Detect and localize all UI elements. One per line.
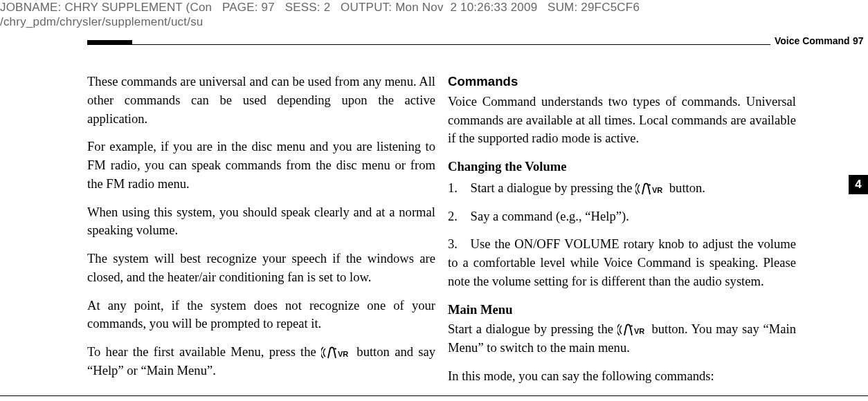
- body-paragraph: These commands are universal and can be …: [87, 73, 435, 128]
- page-root: JOBNAME: CHRY SUPPLEMENT (Con PAGE: 97 S…: [0, 0, 868, 401]
- body-paragraph: For example, if you are in the disc menu…: [87, 138, 435, 193]
- text-fragment: Start a dialogue by pressing the: [448, 321, 617, 336]
- section-heading: Changing the Volume: [448, 158, 796, 176]
- body-paragraph: Start a dialogue by pressing the VR: [448, 320, 796, 357]
- svg-text:VR: VR: [652, 186, 662, 194]
- voice-recognition-icon: VR: [321, 346, 352, 358]
- svg-text:VR: VR: [634, 327, 644, 335]
- body-paragraph: At any point, if the system does not rec…: [87, 297, 435, 334]
- voice-recognition-icon: VR: [635, 182, 666, 194]
- page-number: 97: [853, 35, 864, 46]
- running-title: Voice Command: [775, 35, 850, 46]
- svg-point-4: [631, 326, 633, 328]
- section-tab-number: 4: [855, 178, 861, 192]
- text-fragment: To hear the first available Menu, press …: [87, 344, 321, 359]
- list-item: 2. Say a command (e.g., “Help”).: [448, 207, 796, 226]
- columns: These commands are universal and can be …: [87, 73, 868, 390]
- list-item: 1. Start a dialogue by pressing the VR: [448, 179, 796, 198]
- text-fragment: 1. Start a dialogue by pressing the: [448, 180, 635, 195]
- debug-line-2: /chry_pdm/chrysler/supplement/uct/su: [0, 15, 640, 29]
- right-column: Commands Voice Command understands two t…: [448, 73, 796, 390]
- list-item: 3. Use the ON/OFF VOLUME rotary knob to …: [448, 235, 796, 290]
- body-paragraph: To hear the first available Menu, press …: [87, 343, 435, 380]
- body-paragraph: When using this system, you should speak…: [87, 203, 435, 241]
- body-paragraph: Voice Command understands two types of c…: [448, 93, 796, 148]
- voice-recognition-icon: VR: [617, 323, 648, 335]
- body-paragraph: The system will best recognize your spee…: [87, 250, 435, 287]
- header-rule-line: [87, 44, 770, 45]
- running-head: Voice Command 97: [87, 37, 868, 56]
- debug-header: JOBNAME: CHRY SUPPLEMENT (Con PAGE: 97 S…: [0, 0, 640, 30]
- debug-line-1: JOBNAME: CHRY SUPPLEMENT (Con PAGE: 97 S…: [0, 0, 640, 15]
- header-rule: [87, 40, 770, 45]
- text-fragment: button.: [669, 180, 705, 195]
- section-heading: Commands: [448, 73, 796, 91]
- section-heading: Main Menu: [448, 301, 796, 319]
- svg-text:VR: VR: [338, 350, 348, 358]
- left-column: These commands are universal and can be …: [87, 73, 435, 390]
- svg-point-2: [649, 184, 651, 186]
- section-tab: 4: [849, 175, 868, 194]
- svg-point-0: [334, 348, 336, 350]
- footer-rule: [0, 395, 868, 397]
- body-paragraph: In this mode, you can say the following …: [448, 367, 796, 386]
- content-area: Voice Command 97 These commands are univ…: [87, 37, 868, 390]
